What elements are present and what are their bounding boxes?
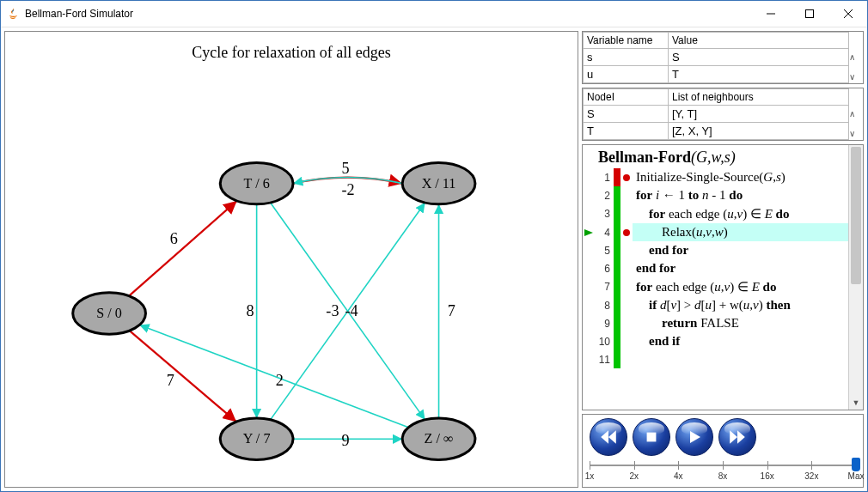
graph-edge [130, 331, 236, 422]
pseudocode-panel: Bellman-Ford(G,w,s) 1Initialize-Single-S… [582, 144, 864, 410]
stop-button[interactable] [633, 418, 670, 456]
code-line[interactable]: 11 [583, 350, 848, 368]
minimize-button[interactable] [751, 1, 790, 27]
vars-header-value: Value [669, 33, 849, 49]
code-line[interactable]: 2for i ← 1 to n - 1 do [583, 186, 848, 204]
adj-scroll[interactable]: ∧∨ [849, 109, 861, 138]
speed-label: 2x [629, 471, 639, 481]
speed-thumb[interactable] [852, 458, 860, 471]
svg-point-9 [623, 174, 630, 181]
code-scrollbar[interactable]: ▲ ▼ [848, 145, 863, 410]
code-body[interactable]: 1Initialize-Single-Source(G,s)2for i ← 1… [583, 168, 848, 410]
step-back-button[interactable] [590, 418, 627, 456]
code-line[interactable]: 10 end if [583, 332, 848, 350]
code-line[interactable]: 5 end for [583, 241, 848, 259]
graph-node[interactable]: S / 0 [73, 293, 146, 334]
graph-caption: Cycle for relaxation of all edges [5, 32, 578, 74]
graph-svg: 675-28-4-3972 S / 0T / 6X / 11Y / 7Z / ∞ [5, 74, 578, 492]
graph-node[interactable]: Z / ∞ [402, 418, 475, 459]
vars-header-name: Variable name [584, 33, 669, 49]
edge-weight-label: -2 [342, 181, 355, 198]
speed-label: 8x [718, 471, 728, 481]
edge-weight-label: 7 [167, 372, 174, 389]
playback-controls: 1x2x4x8x16x32xMax [582, 414, 864, 488]
graph-node[interactable]: Y / 7 [220, 418, 293, 459]
speed-slider[interactable]: 1x2x4x8x16x32xMax [590, 461, 856, 483]
code-line[interactable]: 1Initialize-Single-Source(G,s) [583, 168, 848, 186]
edge-weight-label: -4 [345, 302, 358, 319]
code-title: Bellman-Ford(G,w,s) [583, 145, 848, 168]
svg-rect-11 [647, 433, 657, 442]
edge-weight-label: 7 [448, 302, 455, 319]
titlebar: Bellman-Ford Simulator [1, 1, 867, 27]
edge-weight-label: 5 [342, 160, 350, 177]
graph-node-label: T / 6 [244, 176, 270, 191]
graph-panel: Cycle for relaxation of all edges 675-28… [4, 31, 578, 488]
window-title: Bellman-Ford Simulator [25, 8, 751, 20]
speed-label: Max [848, 471, 865, 481]
code-line[interactable]: 4 Relax(u,v,w) [583, 223, 848, 241]
graph-edge [129, 201, 236, 296]
code-line[interactable]: 7for each edge (u,v) ∈ E do [583, 277, 848, 296]
code-line[interactable]: 8 if d[v] > d[u] + w(u,v) then [583, 296, 848, 314]
adjacency-table: NodeIList of neighbours S[Y, T]T[Z, X, Y… [582, 88, 864, 141]
table-row[interactable]: uT [584, 66, 849, 83]
graph-node[interactable]: T / 6 [220, 162, 293, 203]
table-row[interactable]: T[Z, X, Y] [584, 123, 849, 140]
speed-label: 4x [674, 471, 683, 481]
side-panel: Variable nameValue sSuT ∧∨ NodeIList of … [582, 31, 864, 488]
graph-node-label: Y / 7 [243, 431, 271, 446]
maximize-button[interactable] [790, 1, 828, 27]
speed-label: 32x [804, 471, 818, 481]
code-line[interactable]: 6end for [583, 259, 848, 277]
code-line[interactable]: 3 for each edge (u,v) ∈ E do [583, 204, 848, 223]
code-line[interactable]: 9 return FALSE [583, 314, 848, 332]
graph-node-label: S / 0 [96, 306, 122, 320]
edge-weight-label: 6 [170, 230, 178, 247]
graph-node[interactable]: X / 11 [402, 162, 475, 203]
svg-rect-1 [805, 10, 813, 18]
close-button[interactable] [828, 1, 867, 27]
play-button[interactable] [675, 418, 713, 456]
graph-node-label: Z / ∞ [425, 431, 454, 446]
table-row[interactable]: sS [584, 49, 849, 66]
step-forward-button[interactable] [718, 418, 756, 456]
window-buttons [751, 1, 867, 27]
adj-header-list: List of neighbours [669, 89, 849, 106]
edge-weight-label: 9 [342, 432, 350, 449]
speed-label: 1x [585, 471, 595, 481]
app-window: Bellman-Ford Simulator Cycle for relaxat… [0, 0, 868, 492]
edge-weight-label: 8 [247, 302, 254, 319]
adj-header-node: NodeI [584, 89, 669, 106]
table-row[interactable]: S[Y, T] [584, 106, 849, 123]
edge-weight-label: -3 [326, 302, 339, 319]
vars-scroll[interactable]: ∧∨ [849, 52, 861, 82]
java-icon [6, 7, 20, 21]
svg-point-10 [623, 229, 630, 236]
variables-table: Variable nameValue sSuT ∧∨ [582, 31, 864, 84]
graph-node-label: X / 11 [422, 176, 456, 191]
graph-canvas[interactable]: 675-28-4-3972 S / 0T / 6X / 11Y / 7Z / ∞ [5, 74, 578, 492]
speed-label: 16x [761, 471, 774, 481]
edge-weight-label: 2 [276, 372, 284, 389]
